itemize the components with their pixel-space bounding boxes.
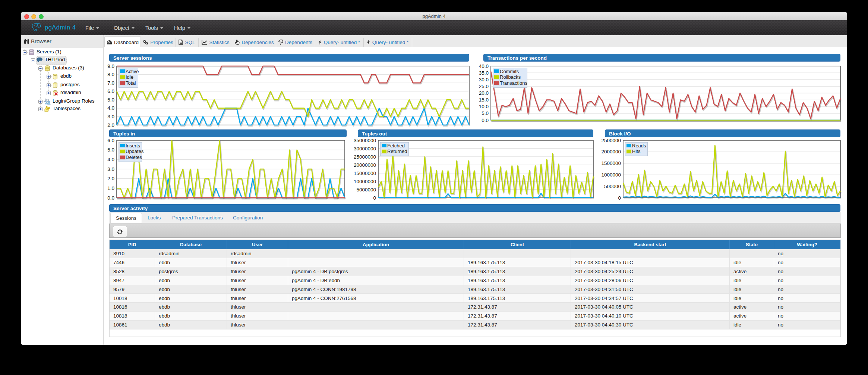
svg-text:Total: Total	[126, 80, 136, 86]
svg-text:Transactions: Transactions	[500, 80, 527, 86]
svg-text:30000000: 30000000	[354, 146, 376, 151]
svg-text:0.0: 0.0	[482, 118, 489, 123]
svg-text:Rollbacks: Rollbacks	[500, 74, 521, 80]
svg-text:0: 0	[618, 195, 621, 201]
svg-text:2000000: 2000000	[601, 149, 621, 154]
svg-text:8.0: 8.0	[107, 72, 114, 77]
svg-text:25.0: 25.0	[479, 84, 489, 89]
svg-text:15000000: 15000000	[354, 171, 376, 176]
svg-text:25000000: 25000000	[354, 154, 376, 160]
svg-text:0: 0	[373, 195, 376, 201]
svg-text:5.0: 5.0	[107, 97, 114, 103]
svg-text:35000000: 35000000	[354, 138, 376, 143]
svg-text:1500000: 1500000	[601, 160, 621, 166]
svg-text:Deletes: Deletes	[126, 154, 142, 160]
svg-text:20.0: 20.0	[479, 90, 489, 96]
svg-text:6.0: 6.0	[107, 138, 114, 143]
svg-text:5.0: 5.0	[482, 110, 489, 116]
svg-text:6.0: 6.0	[107, 88, 114, 94]
svg-text:2.0: 2.0	[107, 122, 114, 128]
svg-text:Commits: Commits	[500, 69, 519, 74]
svg-text:5.0: 5.0	[107, 147, 114, 153]
svg-text:9.0: 9.0	[107, 63, 114, 69]
svg-text:3.0: 3.0	[107, 166, 114, 172]
svg-text:40.0: 40.0	[479, 63, 489, 69]
svg-text:2.0: 2.0	[107, 176, 114, 181]
svg-text:10.0: 10.0	[479, 104, 489, 109]
svg-text:10000000: 10000000	[354, 179, 376, 184]
svg-text:Inserts: Inserts	[126, 143, 141, 149]
svg-text:15.0: 15.0	[479, 97, 489, 103]
svg-text:1.0: 1.0	[107, 185, 114, 191]
svg-text:30.0: 30.0	[479, 77, 489, 82]
svg-text:Hits: Hits	[632, 149, 641, 154]
svg-text:Idle: Idle	[126, 74, 133, 80]
svg-text:Reads: Reads	[632, 143, 646, 149]
svg-text:4.0: 4.0	[107, 105, 114, 111]
svg-text:7.0: 7.0	[107, 80, 114, 86]
svg-text:Fetched: Fetched	[387, 143, 405, 149]
svg-text:35.0: 35.0	[479, 70, 489, 76]
svg-text:2500000: 2500000	[601, 138, 621, 143]
svg-text:5000000: 5000000	[356, 187, 376, 193]
svg-text:1000000: 1000000	[601, 172, 621, 178]
svg-text:4.0: 4.0	[107, 157, 114, 162]
svg-text:500000: 500000	[604, 184, 621, 189]
svg-text:0.0: 0.0	[107, 195, 114, 201]
svg-text:3.0: 3.0	[107, 114, 114, 119]
svg-text:Returned: Returned	[387, 149, 407, 154]
svg-text:Active: Active	[126, 69, 139, 74]
svg-text:Updates: Updates	[126, 149, 144, 154]
svg-text:20000000: 20000000	[354, 162, 376, 168]
